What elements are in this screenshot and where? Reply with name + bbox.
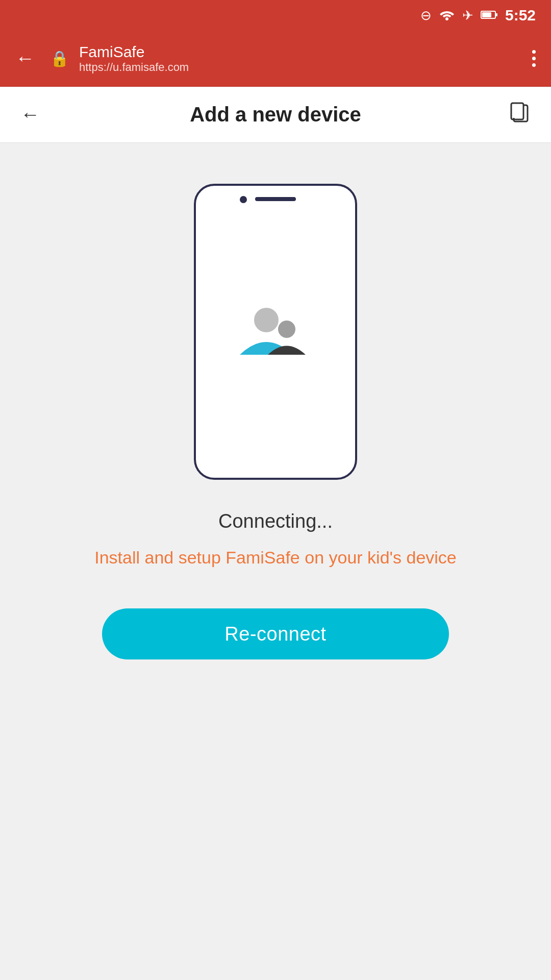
svg-rect-3 — [496, 13, 497, 16]
connecting-text: Connecting... — [218, 510, 333, 532]
status-bar: ⊖ ✈ 5:52 — [0, 0, 551, 31]
install-link[interactable]: Install and setup FamiSafe on your kid's… — [94, 548, 457, 568]
browser-lock-icon: 🔒 — [50, 50, 69, 67]
minus-circle-icon: ⊖ — [420, 9, 432, 22]
page-header: ← Add a new device — [0, 87, 551, 143]
browser-back-button[interactable]: ← — [10, 42, 40, 75]
menu-dot-1 — [532, 50, 536, 54]
browser-menu-button[interactable] — [527, 45, 541, 72]
battery-icon — [481, 9, 498, 22]
famisafe-logo-icon — [230, 299, 321, 365]
page-title: Add a new device — [190, 103, 361, 126]
reconnect-button[interactable]: Re-connect — [102, 608, 449, 659]
svg-point-6 — [278, 321, 295, 338]
browser-bar: ← 🔒 FamiSafe https://u.famisafe.com — [0, 31, 551, 87]
page-share-button[interactable] — [503, 96, 536, 133]
browser-app-title: FamiSafe — [79, 43, 517, 61]
browser-url: https://u.famisafe.com — [79, 61, 517, 74]
phone-illustration — [194, 184, 357, 480]
wifi-icon — [439, 8, 455, 22]
svg-point-5 — [254, 308, 279, 332]
airplane-icon: ✈ — [462, 9, 473, 22]
browser-url-info: FamiSafe https://u.famisafe.com — [79, 43, 517, 74]
svg-rect-4 — [511, 103, 523, 119]
svg-rect-2 — [482, 12, 491, 17]
status-icons: ⊖ ✈ 5:52 — [420, 7, 536, 24]
page-back-button[interactable]: ← — [15, 99, 45, 131]
phone-speaker — [255, 197, 296, 201]
menu-dot-2 — [532, 57, 536, 60]
status-time: 5:52 — [505, 7, 536, 24]
svg-point-0 — [445, 17, 448, 20]
phone-camera — [240, 196, 247, 203]
menu-dot-3 — [532, 63, 536, 67]
main-content: Connecting... Install and setup FamiSafe… — [0, 143, 551, 980]
